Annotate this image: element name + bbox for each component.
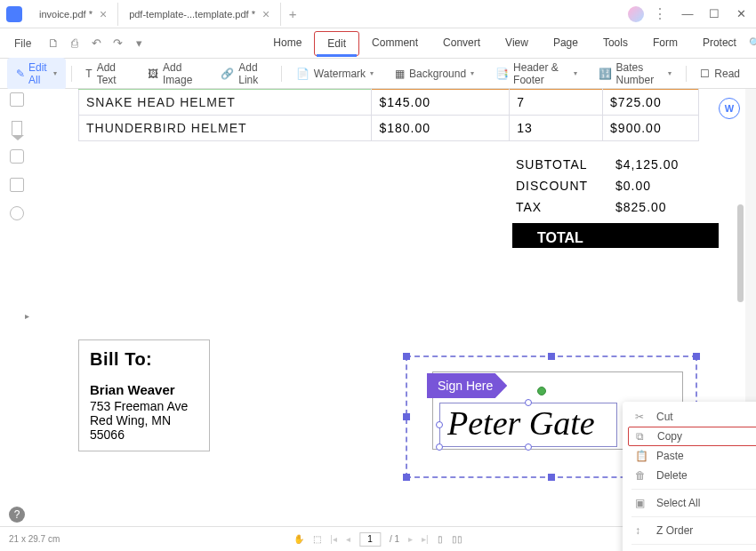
menu-edit[interactable]: Edit: [314, 31, 359, 56]
tab-title: invoice.pdf *: [39, 9, 92, 20]
copy-icon: ⧉: [636, 430, 648, 443]
signature-text-box[interactable]: Peter Gate: [439, 403, 617, 447]
collapse-arrow-icon[interactable]: ▸: [25, 311, 29, 321]
select-all-icon: ▣: [635, 497, 647, 509]
resize-handle[interactable]: [436, 421, 443, 428]
two-page-icon[interactable]: ▯▯: [452, 534, 462, 544]
ctx-delete[interactable]: 🗑Delete: [623, 466, 756, 485]
subtotal-label: SUBTOTAL: [512, 157, 608, 172]
add-text-button[interactable]: TAdd Text: [76, 58, 135, 90]
bill-to-title: Bill To:: [90, 349, 198, 370]
attachments-icon[interactable]: [10, 178, 24, 192]
menu-comment[interactable]: Comment: [359, 31, 430, 56]
table-row[interactable]: SNAKE HEAD HELMET $145.00 7 $725.00: [79, 90, 699, 116]
ctx-cut[interactable]: ✂Cut: [623, 407, 756, 427]
ctx-copy[interactable]: ⧉Copy: [628, 427, 756, 446]
print-icon[interactable]: ⎙: [67, 36, 83, 52]
hand-tool-icon[interactable]: ✋: [294, 534, 304, 544]
scrollbar-thumb[interactable]: [737, 204, 744, 302]
link-icon: 🔗: [221, 68, 234, 80]
minimize-button[interactable]: —: [676, 3, 699, 26]
menu-home[interactable]: Home: [261, 31, 314, 56]
paste-icon: 📋: [635, 450, 647, 462]
undo-icon[interactable]: ↶: [88, 36, 104, 52]
read-button[interactable]: ☐Read: [691, 64, 749, 84]
last-page-icon[interactable]: ▸|: [422, 534, 429, 544]
dropdown-icon[interactable]: ▾: [131, 36, 147, 52]
watermark-icon: 📄: [296, 68, 310, 80]
user-avatar[interactable]: [628, 6, 644, 22]
resize-handle[interactable]: [525, 399, 532, 406]
header-footer-button[interactable]: 📑Header & Footer▾: [487, 58, 585, 90]
save-icon[interactable]: 🗋: [45, 36, 61, 52]
bill-to-name: Brian Weaver: [90, 382, 198, 397]
document-tab-2[interactable]: pdf-template-...template.pdf * ×: [118, 3, 281, 26]
bill-to-box[interactable]: Bill To: Brian Weaver 753 Freeman Ave Re…: [78, 339, 210, 451]
add-image-button[interactable]: 🖼Add Image: [139, 58, 208, 90]
ctx-paste[interactable]: 📋Paste: [623, 446, 756, 466]
context-menu: ✂Cut ⧉Copy 📋Paste 🗑Delete ▣Select All ↕Z…: [623, 402, 756, 551]
resize-handle[interactable]: [525, 443, 532, 451]
item-qty: 7: [510, 90, 603, 116]
document-workspace: W ▸ SNAKE HEAD HELMET $145.00 7 $725.00 …: [34, 89, 745, 526]
subtotal-value: $4,125.00: [608, 157, 697, 172]
item-desc: THUNDERBIRD HELMET: [79, 116, 372, 141]
side-rail: [0, 89, 34, 526]
single-page-icon[interactable]: ▯: [438, 534, 443, 544]
bookmarks-icon[interactable]: [12, 121, 22, 135]
bates-number-button[interactable]: 🔢Bates Number▾: [590, 58, 680, 90]
search-rail-icon[interactable]: [10, 206, 24, 220]
menu-form[interactable]: Form: [640, 31, 690, 56]
total-label: TOTAL: [512, 230, 608, 246]
menu-page[interactable]: Page: [541, 31, 591, 56]
resize-handle[interactable]: [403, 474, 410, 481]
chevron-down-icon: ▾: [53, 69, 57, 77]
menu-protect[interactable]: Protect: [690, 31, 749, 56]
resize-handle[interactable]: [403, 413, 410, 420]
select-tool-icon[interactable]: ⬚: [313, 534, 321, 544]
resize-handle[interactable]: [403, 353, 410, 360]
resize-handle[interactable]: [436, 443, 443, 451]
comments-icon[interactable]: [10, 149, 24, 164]
file-menu[interactable]: File: [7, 37, 38, 50]
prev-page-icon[interactable]: ◂: [346, 534, 350, 544]
item-desc: SNAKE HEAD HELMET: [79, 90, 372, 116]
tab-close-icon[interactable]: ×: [100, 7, 107, 21]
menu-convert[interactable]: Convert: [430, 31, 493, 56]
pencil-icon: ✎: [16, 68, 25, 80]
search-tools[interactable]: 🔍 Search Tools: [749, 33, 756, 54]
page-number-input[interactable]: [359, 532, 381, 547]
help-icon[interactable]: ?: [9, 507, 25, 523]
watermark-button[interactable]: 📄Watermark▾: [287, 64, 382, 84]
tab-close-icon[interactable]: ×: [262, 7, 269, 21]
redo-icon[interactable]: ↷: [109, 36, 125, 52]
menu-view[interactable]: View: [493, 31, 541, 56]
bates-icon: 🔢: [599, 68, 612, 80]
ctx-z-order[interactable]: ↕Z Order▸: [623, 521, 756, 540]
item-total: $900.00: [603, 116, 699, 141]
ctx-select-all[interactable]: ▣Select All: [623, 493, 756, 513]
document-tab-1[interactable]: invoice.pdf * ×: [28, 3, 118, 26]
first-page-icon[interactable]: |◂: [330, 534, 337, 544]
new-tab-button[interactable]: +: [281, 6, 304, 21]
close-window-button[interactable]: ✕: [729, 3, 752, 26]
sign-here-tag[interactable]: Sign Here: [427, 373, 507, 398]
resize-handle[interactable]: [693, 353, 700, 360]
menu-tools[interactable]: Tools: [591, 31, 640, 56]
resize-handle[interactable]: [548, 353, 555, 360]
discount-value: $0.00: [608, 179, 697, 193]
add-link-button[interactable]: 🔗Add Link: [212, 58, 276, 90]
resize-handle[interactable]: [548, 474, 555, 481]
thumbnails-icon[interactable]: [10, 92, 24, 107]
edit-all-button[interactable]: ✎ Edit All ▾: [7, 58, 66, 90]
background-button[interactable]: ▦Background▾: [386, 64, 483, 84]
toolbar: ✎ Edit All ▾ TAdd Text 🖼Add Image 🔗Add L…: [0, 59, 756, 89]
page-dimensions: 21 x 29.7 cm: [9, 534, 60, 544]
maximize-button[interactable]: ☐: [703, 3, 726, 26]
read-icon: ☐: [700, 68, 710, 80]
more-menu-icon[interactable]: ⋮: [647, 5, 672, 22]
table-row[interactable]: THUNDERBIRD HELMET $180.00 13 $900.00: [79, 116, 699, 141]
rotation-handle[interactable]: [537, 387, 546, 395]
invoice-summary: SUBTOTAL$4,125.00 DISCOUNT$0.00 TAX$825.…: [512, 154, 728, 248]
next-page-icon[interactable]: ▸: [408, 534, 413, 544]
